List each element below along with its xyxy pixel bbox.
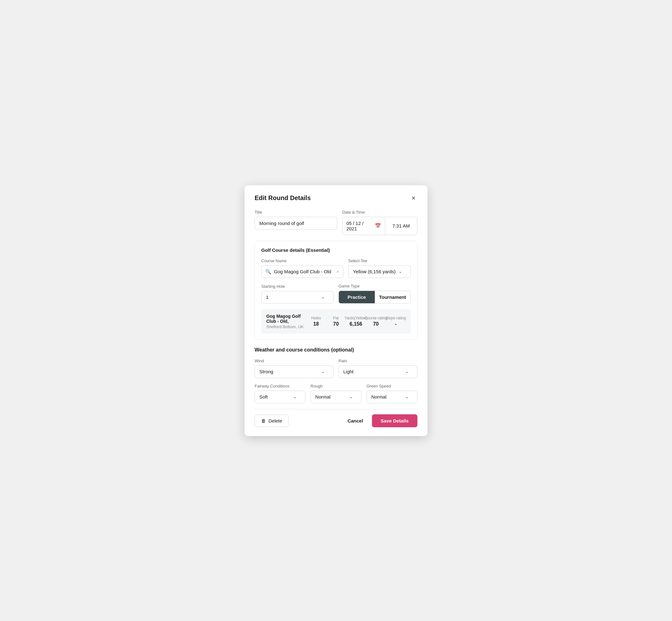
- cancel-button[interactable]: Cancel: [342, 415, 368, 427]
- par-stat: Par 70: [326, 316, 346, 327]
- fairway-rough-green-row: Fairway Conditions Soft ⌄ Rough Normal: [255, 384, 417, 403]
- course-rating-label: Course rating: [365, 316, 387, 320]
- holes-label: Holes: [311, 316, 321, 320]
- wind-label: Wind: [255, 359, 333, 363]
- fairway-container: Soft ⌄: [259, 394, 301, 400]
- course-name-input-wrap[interactable]: 🔍 ×: [261, 265, 343, 278]
- search-icon: 🔍: [265, 269, 271, 275]
- green-speed-label: Green Speed: [367, 384, 417, 388]
- rain-label: Rain: [339, 359, 417, 363]
- rain-select-wrap[interactable]: Light ⌄: [339, 365, 417, 378]
- rain-group: Rain Light ⌄: [339, 359, 417, 378]
- datetime-label: Date & Time: [342, 210, 417, 215]
- green-speed-container: Normal ⌄: [371, 394, 413, 400]
- time-value: 7:31 AM: [392, 223, 410, 229]
- game-type-group: Game Type Practice Tournament: [339, 284, 411, 303]
- select-tee-wrap[interactable]: Yellow (6,156 yards) ⌄: [348, 265, 411, 278]
- holes-stat: Holes 18: [306, 316, 326, 327]
- close-button[interactable]: ×: [410, 194, 417, 202]
- par-label: Par: [333, 316, 339, 320]
- starting-hole-group: Starting Hole 1 ⌄: [261, 284, 333, 303]
- game-type-label: Game Type: [339, 284, 411, 288]
- footer-right: Cancel Save Details: [342, 414, 417, 427]
- wind-container: Strong ⌄: [259, 369, 329, 375]
- weather-section-title: Weather and course conditions (optional): [255, 347, 417, 353]
- date-value: 05 / 12 / 2021: [346, 220, 372, 231]
- title-datetime-row: Title Date & Time 05 / 12 / 2021 📅 7:31 …: [255, 210, 417, 235]
- course-info-location: Shelford Bottom, UK: [266, 324, 306, 329]
- fairway-group: Fairway Conditions Soft ⌄: [255, 384, 305, 403]
- fairway-select[interactable]: Soft: [259, 394, 301, 400]
- wind-group: Wind Strong ⌄: [255, 359, 333, 378]
- rough-group: Rough Normal ⌄: [310, 384, 361, 403]
- rain-container: Light ⌄: [343, 369, 413, 375]
- fairway-label: Fairway Conditions: [255, 384, 305, 388]
- course-name-input[interactable]: [274, 269, 334, 274]
- select-tee-label: Select Tee: [348, 258, 411, 263]
- rough-select-wrap[interactable]: Normal ⌄: [310, 391, 361, 403]
- course-info-name-text: Gog Magog Golf Club - Old,: [266, 314, 306, 324]
- delete-button[interactable]: 🗑 Delete: [255, 415, 289, 427]
- title-label: Title: [255, 210, 337, 215]
- starting-hole-select[interactable]: 1: [266, 294, 329, 300]
- modal-title: Edit Round Details: [255, 194, 311, 202]
- yards-value: 6,156: [349, 321, 362, 327]
- weather-section: Weather and course conditions (optional)…: [255, 347, 417, 403]
- rain-select[interactable]: Light: [343, 369, 413, 374]
- wind-rain-row: Wind Strong ⌄ Rain Light: [255, 359, 417, 378]
- rough-container: Normal ⌄: [315, 394, 356, 400]
- title-input[interactable]: [255, 217, 337, 230]
- hole-gametype-row: Starting Hole 1 ⌄ Game Type Practice Tou…: [261, 284, 411, 303]
- par-value: 70: [333, 321, 339, 327]
- starting-hole-label: Starting Hole: [261, 284, 333, 289]
- golf-course-section: Golf Course details (Essential) Course N…: [255, 241, 417, 339]
- clear-icon[interactable]: ×: [336, 269, 339, 274]
- course-tee-row: Course Name 🔍 × Select Tee Yellow (6,156…: [261, 258, 411, 278]
- calendar-icon: 📅: [375, 223, 381, 229]
- holes-value: 18: [313, 321, 319, 327]
- game-type-toggle: Practice Tournament: [339, 291, 411, 303]
- save-button[interactable]: Save Details: [372, 414, 417, 427]
- edit-round-modal: Edit Round Details × Title Date & Time 0…: [245, 185, 427, 436]
- slope-rating-value: -: [395, 321, 396, 327]
- starting-hole-wrap[interactable]: 1 ⌄: [261, 291, 333, 303]
- select-tee-container: Yellow (6,156 yards) ⌄: [353, 269, 406, 275]
- yards-stat: Yards(Yellow) 6,156: [346, 316, 366, 327]
- rough-label: Rough: [310, 384, 361, 388]
- footer-row: 🗑 Delete Cancel Save Details: [255, 409, 417, 427]
- practice-button[interactable]: Practice: [339, 291, 375, 303]
- fairway-select-wrap[interactable]: Soft ⌄: [255, 391, 305, 403]
- rough-select[interactable]: Normal: [315, 394, 356, 400]
- starting-hole-container: 1 ⌄: [266, 294, 329, 300]
- wind-select-wrap[interactable]: Strong ⌄: [255, 365, 333, 378]
- modal-header: Edit Round Details ×: [255, 194, 417, 202]
- datetime-group: Date & Time 05 / 12 / 2021 📅 7:31 AM: [342, 210, 417, 235]
- course-name-group: Course Name 🔍 ×: [261, 258, 343, 278]
- wind-select[interactable]: Strong: [259, 369, 329, 374]
- select-tee-group: Select Tee Yellow (6,156 yards) ⌄: [348, 258, 411, 278]
- tournament-button[interactable]: Tournament: [375, 291, 411, 303]
- time-input[interactable]: 7:31 AM: [385, 217, 417, 235]
- delete-label: Delete: [268, 418, 282, 423]
- green-speed-group: Green Speed Normal ⌄: [367, 384, 417, 403]
- course-info-box: Gog Magog Golf Club - Old, Shelford Bott…: [261, 309, 411, 334]
- course-rating-stat: Course rating 70: [366, 316, 386, 327]
- golf-section-title: Golf Course details (Essential): [261, 247, 411, 253]
- date-input[interactable]: 05 / 12 / 2021 📅: [342, 217, 385, 235]
- course-name-label: Course Name: [261, 258, 343, 263]
- slope-rating-stat: Slope rating -: [386, 316, 406, 327]
- trash-icon: 🗑: [261, 418, 266, 423]
- green-speed-select[interactable]: Normal: [371, 394, 413, 400]
- green-speed-select-wrap[interactable]: Normal ⌄: [367, 391, 417, 403]
- date-time-row: 05 / 12 / 2021 📅 7:31 AM: [342, 217, 417, 235]
- title-group: Title: [255, 210, 337, 235]
- course-info-name: Gog Magog Golf Club - Old, Shelford Bott…: [266, 314, 306, 329]
- select-tee-select[interactable]: Yellow (6,156 yards): [353, 269, 406, 274]
- slope-rating-label: Slope rating: [385, 316, 406, 320]
- course-rating-value: 70: [373, 321, 379, 327]
- yards-label: Yards(Yellow): [344, 316, 368, 320]
